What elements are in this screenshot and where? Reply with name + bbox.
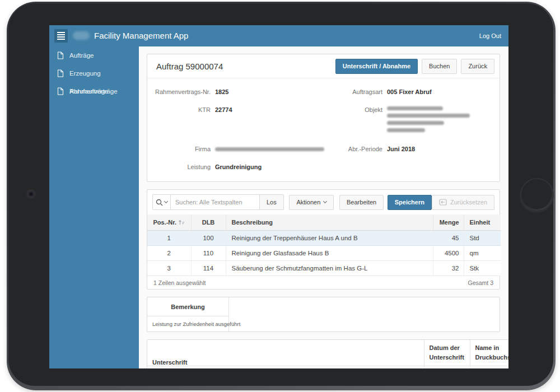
- field-label: Abr.-Periode: [321, 146, 382, 152]
- column-header-dlb[interactable]: DLB: [191, 214, 226, 230]
- actions-label: Aktionen: [296, 195, 320, 209]
- sidebar-item-erzeugung-abrufauftraege[interactable]: Erzeugung Abrufaufträge: [49, 64, 139, 82]
- table-row[interactable]: 2 110 Reinigung der Glasfasade Haus B 45…: [147, 245, 501, 260]
- cell-beschreibung: Reinigung der Treppenhäuser Haus A und B: [226, 230, 433, 245]
- sidebar-item-label: Aufträge: [69, 52, 94, 59]
- cell-pos: 1: [147, 230, 191, 245]
- reset-icon: [439, 199, 447, 206]
- table-row[interactable]: 1 100 Reinigung der Treppenhäuser Haus A…: [147, 230, 501, 245]
- selected-rows-status: 1 Zeilen ausgewählt: [153, 279, 206, 286]
- remark-value[interactable]: Leistung zur Zufriedenheit ausgeführt: [147, 316, 229, 332]
- grid-toolbar: Los Aktionen Bearbeiten Speichern Zurück: [147, 190, 500, 214]
- document-icon: [57, 69, 64, 77]
- hamburger-icon: [57, 32, 65, 40]
- cell-dlb: 110: [191, 245, 226, 260]
- logout-link[interactable]: Log Out: [479, 25, 501, 46]
- field-label: KTR: [147, 106, 211, 113]
- document-icon: [57, 52, 64, 59]
- save-button[interactable]: Speichern: [388, 195, 432, 210]
- order-region: Auftrag 59000074 Unterschrift / Abnahme …: [147, 54, 500, 182]
- field-label: Objekt: [321, 106, 382, 113]
- positions-table: Pos.-Nr. DLB Beschreibung Menge Einheit: [147, 214, 501, 276]
- signature-acceptance-button[interactable]: Unterschrift / Abnahme: [335, 59, 418, 74]
- document-icon: [57, 87, 64, 95]
- field-label: Firma: [147, 146, 211, 152]
- cell-beschreibung: Reinigung der Glasfasade Haus B: [226, 245, 433, 260]
- app-header: Facility Management App Log Out: [49, 25, 508, 46]
- search-input[interactable]: [171, 194, 260, 210]
- signature-region: Unterschrift Datum der Unterschrift Name…: [147, 339, 508, 368]
- sidebar-item-rahmenvertraege[interactable]: Rahmenverträge: [49, 82, 139, 100]
- app-screen: Facility Management App Log Out Aufträge…: [49, 25, 508, 368]
- cell-einheit: qm: [464, 245, 501, 260]
- column-header-beschreibung[interactable]: Beschreibung: [226, 214, 433, 230]
- signature-row[interactable]: [147, 366, 508, 368]
- order-buttons: Unterschrift / Abnahme Buchen Zurück: [335, 59, 494, 74]
- redacted-objekt-value: [387, 106, 470, 136]
- reset-button[interactable]: Zurücksetzen: [432, 195, 494, 210]
- actions-menu-button[interactable]: Aktionen: [289, 195, 334, 210]
- go-button[interactable]: Los: [259, 194, 284, 210]
- positions-grid-region: Los Aktionen Bearbeiten Speichern Zurück: [147, 189, 500, 290]
- signature-header-row: Unterschrift Datum der Unterschrift Name…: [147, 340, 508, 366]
- signature-table: Unterschrift Datum der Unterschrift Name…: [147, 340, 508, 368]
- edit-button[interactable]: Bearbeiten: [339, 195, 384, 210]
- field-value: 005 Fixer Abruf: [387, 88, 432, 95]
- cell-menge: 4500: [433, 245, 464, 260]
- cell-beschreibung: Säuberung der Schmutzfangmatten im Has G…: [226, 260, 433, 276]
- column-header-unterschrift: Unterschrift: [147, 340, 424, 366]
- tablet-device: Facility Management App Log Out Aufträge…: [7, 2, 556, 390]
- sidebar: Aufträge Erzeugung Abrufaufträge Rahmenv…: [49, 46, 139, 368]
- tablet-bezel: Facility Management App Log Out Aufträge…: [8, 3, 553, 386]
- chevron-down-icon: [164, 199, 168, 203]
- redacted-logo: [73, 31, 90, 40]
- field-label: Leistung: [147, 164, 211, 170]
- search-options-button[interactable]: [152, 194, 171, 210]
- column-header-menge[interactable]: Menge: [433, 214, 464, 230]
- cell-pos: 3: [147, 260, 191, 276]
- cell-dlb: 114: [191, 260, 226, 276]
- content-area: Auftrag 59000074 Unterschrift / Abnahme …: [139, 46, 508, 368]
- reset-label: Zurücksetzen: [450, 195, 487, 209]
- hamburger-menu-button[interactable]: [54, 29, 68, 43]
- search-icon: [156, 199, 163, 206]
- field-value: Grundreinigung: [215, 164, 262, 170]
- signature-date-cell[interactable]: [424, 366, 470, 368]
- cell-pos: 2: [147, 245, 191, 260]
- remark-column-header: Bemerkung: [147, 297, 229, 316]
- table-header-row: Pos.-Nr. DLB Beschreibung Menge Einheit: [147, 214, 501, 230]
- column-header-pos-nr[interactable]: Pos.-Nr.: [147, 214, 191, 230]
- cell-menge: 45: [433, 230, 464, 245]
- sort-ascending-icon: [178, 220, 185, 225]
- sidebar-item-label: Rahmenverträge: [69, 88, 118, 95]
- cell-menge: 32: [433, 260, 464, 276]
- field-value: Juni 2018: [387, 146, 415, 152]
- field-label: Rahmenvertrags-Nr.: [147, 88, 211, 95]
- cell-dlb: 100: [191, 230, 226, 245]
- field-value: 22774: [215, 106, 232, 113]
- total-rows-status: Gesamt 3: [468, 279, 493, 286]
- field-value: 1825: [215, 88, 228, 95]
- app-title: Facility Management App: [94, 25, 188, 46]
- table-row[interactable]: 3 114 Säuberung der Schmutzfangmatten im…: [147, 260, 501, 276]
- column-header-einheit[interactable]: Einheit: [464, 214, 501, 230]
- remark-region: Bemerkung Leistung zur Zufriedenheit aus…: [147, 297, 500, 332]
- column-header-name-druckbuchstaben: Name in Druckbuchstaben: [470, 340, 508, 366]
- column-label: Pos.-Nr.: [153, 219, 176, 226]
- field-label: Auftragsart: [321, 88, 382, 95]
- signature-cell[interactable]: [147, 366, 424, 368]
- grid-footer: 1 Zeilen ausgewählt Gesamt 3: [147, 276, 500, 290]
- cell-einheit: Std: [464, 230, 501, 245]
- book-button[interactable]: Buchen: [422, 59, 457, 74]
- order-titlebar: Auftrag 59000074 Unterschrift / Abnahme …: [147, 54, 500, 78]
- column-header-datum: Datum der Unterschrift: [424, 340, 470, 366]
- chevron-down-icon: [323, 199, 327, 203]
- redacted-firma-value: [215, 146, 324, 152]
- tablet-camera: [29, 192, 34, 197]
- signature-name-cell[interactable]: [470, 366, 508, 368]
- sidebar-item-auftraege[interactable]: Aufträge: [49, 46, 139, 64]
- back-button[interactable]: Zurück: [461, 59, 494, 74]
- tablet-home-button[interactable]: [520, 178, 554, 212]
- cell-einheit: Stk: [464, 260, 501, 276]
- order-title: Auftrag 59000074: [156, 54, 223, 78]
